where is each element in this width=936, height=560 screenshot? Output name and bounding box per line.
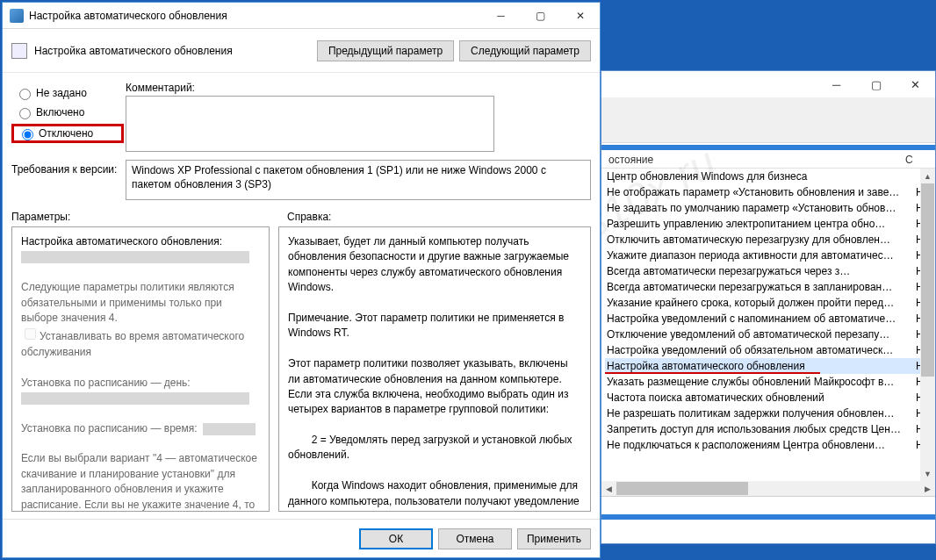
bg-tabstrip [601, 514, 935, 520]
maximize-button[interactable]: ▢ [521, 3, 560, 29]
scroll-down-icon[interactable]: ▼ [920, 466, 935, 481]
list-item-name: Настройка уведомлений с напоминанием об … [605, 312, 916, 325]
panes-row: Настройка автоматического обновления: Сл… [3, 226, 600, 519]
list-item-name: Настройка уведомлений об обязательном ав… [605, 344, 916, 356]
radio-enabled-label: Включено [36, 106, 84, 118]
comment-label: Комментарий: [126, 82, 591, 94]
bg-tabstrip-area [601, 496, 935, 522]
cancel-button[interactable]: Отмена [438, 528, 512, 549]
dialog-titlebar[interactable]: Настройка автоматического обновления ─ ▢… [3, 3, 600, 29]
policy-dialog: Настройка автоматического обновления ─ ▢… [2, 2, 601, 558]
radio-enabled[interactable]: Включено [11, 103, 126, 122]
list-item-name: Отключить автоматическую перезагрузку дл… [605, 233, 916, 246]
parameters-pane: Настройка автоматического обновления: Сл… [11, 226, 270, 512]
gpedit-list-window: ─ ▢ ✕ остояние С Центр обновления Window… [601, 70, 936, 544]
apply-button[interactable]: Применить [517, 528, 591, 549]
list-item-name: Указание крайнего срока, который должен … [605, 297, 916, 309]
close-button[interactable]: ✕ [896, 71, 935, 97]
column-name-header[interactable]: остояние [608, 154, 905, 166]
radio-disabled-label: Отключено [39, 127, 93, 140]
horizontal-scrollbar[interactable]: ◀ ▶ [601, 481, 935, 496]
policy-header-icon [11, 43, 27, 59]
combo-placeholder[interactable] [21, 251, 249, 263]
list-item-name: Не отображать параметр «Установить обнов… [605, 186, 916, 198]
dialog-title: Настройка автоматического обновления [29, 10, 481, 22]
list-item[interactable]: Укажите диапазон периода активности для … [605, 248, 932, 263]
radio-enabled-input[interactable] [19, 108, 31, 119]
schedule-time-label: Установка по расписанию — время: [21, 422, 198, 434]
list-item-name: Частота поиска автоматических обновлений [605, 391, 916, 404]
list-item[interactable]: Указание крайнего срока, который должен … [605, 295, 932, 311]
dialog-footer: ОК Отмена Применить [3, 519, 600, 557]
minimize-button[interactable]: ─ [481, 3, 521, 29]
scroll-left-icon[interactable]: ◀ [601, 481, 616, 496]
comment-column: Комментарий: [126, 82, 591, 154]
list-item[interactable]: Отключение уведомлений об автоматической… [605, 327, 932, 342]
bg-ribbon [601, 97, 935, 143]
list-item[interactable]: Всегда автоматически перезагружаться чер… [605, 263, 932, 279]
selection-underline [605, 372, 820, 374]
list-item-name: Настройка автоматического обновления [605, 360, 916, 372]
list-item-name: Не подключаться к расположениям Центра о… [605, 439, 916, 451]
requirements-row: Требования к версии: Windows XP Professi… [3, 154, 600, 209]
next-setting-button[interactable]: Следующий параметр [459, 40, 591, 61]
comment-textarea[interactable] [126, 96, 494, 152]
maximize-button[interactable]: ▢ [856, 71, 896, 97]
ok-button[interactable]: ОК [359, 528, 433, 549]
scroll-up-icon[interactable]: ▲ [920, 169, 935, 183]
list-item[interactable]: Не отображать параметр «Установить обнов… [605, 184, 932, 200]
requirements-label: Требования к версии: [11, 160, 126, 176]
radio-not-configured[interactable]: Не задано [11, 83, 126, 103]
list-item[interactable]: Настройка уведомлений об обязательном ав… [605, 342, 932, 358]
list-item[interactable]: Всегда автоматически перезагружаться в з… [605, 279, 932, 295]
list-item-name: Всегда автоматически перезагружаться чер… [605, 265, 916, 277]
list-item[interactable]: Разрешить управлению электропитанием цен… [605, 216, 932, 232]
maintenance-checkbox-label: Устанавливать во время автоматического о… [21, 330, 248, 357]
help-label: Справка: [275, 211, 591, 223]
list-item[interactable]: Центр обновления Windows для бизнеса [605, 169, 932, 184]
close-button[interactable]: ✕ [560, 3, 600, 29]
state-row: Не задано Включено Отключено Комментарий… [3, 73, 600, 154]
list-item[interactable]: Не разрешать политикам задержки получени… [605, 406, 932, 421]
list-item-name: Запретить доступ для использования любых… [605, 423, 916, 435]
list-item-name: Указать размещение службы обновлений Май… [605, 376, 916, 388]
scroll-thumb[interactable] [921, 183, 934, 377]
list-item[interactable]: Частота поиска автоматических обновлений… [605, 390, 932, 406]
radio-not-configured-label: Не задано [36, 87, 87, 99]
policy-name-label: Настройка автоматического обновления: [21, 235, 222, 248]
list-item-name: Всегда автоматически перезагружаться в з… [605, 281, 916, 293]
header-title: Настройка автоматического обновления [34, 45, 312, 57]
radio-group: Не задано Включено Отключено [11, 82, 126, 154]
list-item-name: Не разрешать политикам задержки получени… [605, 407, 916, 420]
column-state-header[interactable]: С [905, 154, 928, 166]
dialog-header: Настройка автоматического обновления Пре… [3, 29, 600, 73]
minimize-button[interactable]: ─ [817, 71, 856, 97]
list-item[interactable]: Указать размещение службы обновлений Май… [605, 374, 932, 390]
list-item-name: Укажите диапазон периода активности для … [605, 249, 916, 262]
radio-disabled-input[interactable] [22, 129, 33, 140]
policy-icon [10, 9, 24, 23]
hscroll-thumb[interactable] [616, 482, 748, 495]
vertical-scrollbar[interactable]: ▲ ▼ [920, 169, 935, 481]
help-pane: Указывает, будет ли данный компьютер пол… [278, 226, 591, 512]
schedule-day-label: Установка по расписанию — день: [21, 377, 191, 389]
list-item[interactable]: Настройка уведомлений с напоминанием об … [605, 311, 932, 327]
list-item-name: Разрешить управлению электропитанием цен… [605, 218, 916, 230]
day-combo-placeholder[interactable] [21, 392, 249, 405]
list-item[interactable]: Отключить автоматическую перезагрузку дл… [605, 232, 932, 248]
radio-not-configured-input[interactable] [19, 89, 31, 100]
params-text-1: Следующие параметры политики являются об… [21, 281, 237, 324]
pane-labels: Параметры: Справка: [3, 209, 600, 226]
previous-setting-button[interactable]: Предыдущий параметр [317, 40, 454, 61]
list-item[interactable]: Не задавать по умолчанию параметр «Устан… [605, 200, 932, 216]
requirements-text: Windows XP Professional с пакетом обновл… [126, 160, 591, 200]
list-item[interactable]: Запретить доступ для использования любых… [605, 421, 932, 437]
bg-list-header: остояние С [601, 150, 935, 169]
time-combo-placeholder[interactable] [203, 423, 256, 435]
params-text-2: Если вы выбрали вариант "4 — автоматичес… [21, 452, 260, 512]
policy-list[interactable]: Центр обновления Windows для бизнесаНе о… [601, 169, 935, 481]
list-item-name: Центр обновления Windows для бизнеса [605, 170, 916, 183]
scroll-right-icon[interactable]: ▶ [920, 481, 935, 496]
list-item[interactable]: Не подключаться к расположениям Центра о… [605, 437, 932, 453]
radio-disabled[interactable]: Отключено [11, 124, 124, 143]
